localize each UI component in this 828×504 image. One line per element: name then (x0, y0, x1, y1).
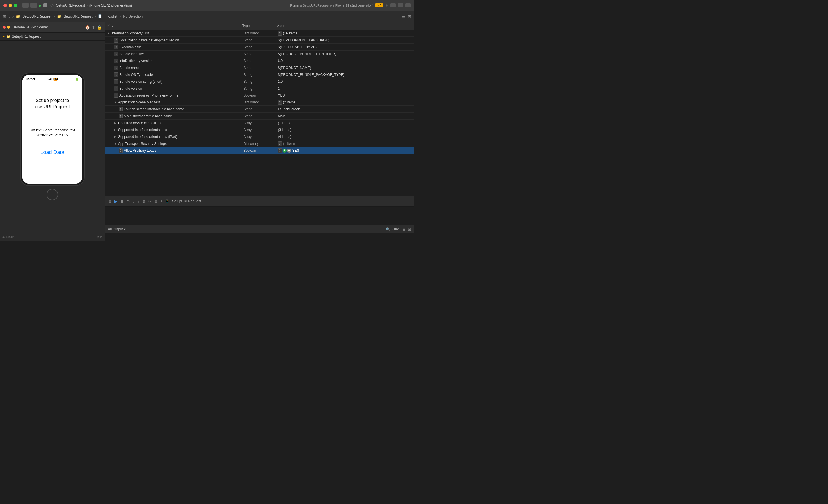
list-view-icon[interactable]: ☰ (402, 14, 405, 19)
table-row[interactable]: ▲▼ Bundle identifier String $(PRODUCT_BU… (105, 51, 414, 57)
toolbar-btn-2[interactable] (31, 3, 37, 8)
stepper[interactable]: ▲▼ (114, 93, 118, 98)
app-name-label: iPhone SE (2nd gener... (14, 25, 51, 29)
plus-icon[interactable]: + (385, 3, 388, 8)
table-row[interactable]: ▲▼ Bundle version string (short) String … (105, 78, 414, 85)
table-row[interactable]: ▼ Information Property List Dictionary ▲… (105, 30, 414, 37)
table-row-selected[interactable]: ▲▼ Allow Arbitrary Loads Boolean ▲▼ + − … (105, 147, 414, 154)
delete-row-button[interactable]: − (287, 148, 291, 152)
expand-icon[interactable]: ▼ (114, 142, 117, 145)
step-over-icon[interactable]: ↷ (127, 199, 130, 203)
filter-settings-icon[interactable]: ⚙ (96, 235, 99, 239)
filter-output-label[interactable]: Filter (391, 227, 399, 231)
target-icon[interactable]: ⌖ (160, 199, 162, 203)
table-row[interactable]: ▲▼ Launch screen interface file base nam… (105, 106, 414, 112)
expand-icon[interactable]: ▼ (107, 32, 110, 35)
expand-icon[interactable]: ▶ (114, 135, 117, 138)
step-out-icon[interactable]: ↑ (138, 199, 140, 203)
table-row[interactable]: ▲▼ Localization native development regio… (105, 37, 414, 44)
stepper[interactable]: ▲▼ (119, 114, 123, 119)
detail-view-icon[interactable]: ⊟ (408, 14, 411, 19)
locate-icon[interactable]: ⊞ (154, 199, 158, 203)
device-label[interactable]: iPhone SE (2nd generation) (89, 3, 132, 7)
split-icon[interactable]: ⊕ (142, 199, 146, 203)
table-row[interactable]: ▼ Application Scene Manifest Dictionary … (105, 99, 414, 106)
plist-key-cell: ▲▼ Localization native development regio… (107, 38, 244, 43)
close-button[interactable] (3, 4, 7, 7)
lock-icon[interactable]: 🔒 (97, 25, 102, 30)
iphone-frame: Carrier 📶 3:41 PM 🔋 Set up project to us… (21, 73, 84, 185)
table-row[interactable]: ▲▼ Main storyboard file base name String… (105, 112, 414, 120)
minimize-button[interactable] (9, 4, 12, 7)
layout-btn2[interactable] (398, 3, 403, 7)
filter-add-icon[interactable]: + (2, 235, 5, 240)
table-row[interactable]: ▲▼ Executable file String $(EXECUTABLE_N… (105, 44, 414, 51)
stepper[interactable]: ▲▼ (278, 31, 282, 36)
share-icon[interactable]: ⬆ (92, 25, 95, 30)
table-row[interactable]: ▼ App Transport Security Settings Dictio… (105, 140, 414, 147)
output-area: All Output ▾ 🔍 Filter 🗑 ⊟ (105, 207, 414, 241)
plist-value-cell: YES (278, 93, 414, 97)
pause-debug-icon[interactable]: ⏸ (120, 199, 124, 203)
filter-output-icon[interactable]: 🔍 (386, 227, 390, 231)
running-label: Running SetupURLRequest on iPhone SE (2n… (290, 4, 373, 7)
plist-value-cell: ▲▼ + − YES (278, 148, 414, 153)
play-btn[interactable]: ▶ (39, 3, 42, 8)
layout-btn1[interactable] (390, 3, 396, 7)
output-trash-icon[interactable]: 🗑 (402, 227, 406, 232)
lp-minimize[interactable] (7, 26, 10, 29)
grid-icon[interactable]: ⊞ (3, 14, 6, 19)
play-debug-icon[interactable]: ▶ (115, 199, 117, 203)
expand-icon[interactable]: ▶ (114, 122, 117, 125)
stepper[interactable]: ▲▼ (114, 86, 118, 91)
table-row[interactable]: ▲▼ InfoDictionary version String 6.0 (105, 57, 414, 64)
home-icon[interactable]: 🏠 (85, 25, 90, 30)
forward-icon[interactable]: › (12, 14, 14, 19)
add-row-button[interactable]: + (283, 148, 287, 152)
expand-icon[interactable]: ▼ (114, 101, 117, 104)
thread-icon[interactable]: ✂ (148, 199, 152, 203)
stepper[interactable]: ▲▼ (278, 100, 282, 104)
back-icon[interactable]: ‹ (9, 14, 10, 19)
output-split-icon[interactable]: ⊟ (408, 227, 411, 232)
output-label[interactable]: All Output ▾ (108, 227, 126, 231)
root-label[interactable]: SetupURLRequest (12, 35, 41, 39)
layout-btn3[interactable] (405, 3, 411, 7)
toolbar-btn-1[interactable] (23, 3, 29, 8)
filter-label[interactable]: Filter (6, 235, 96, 239)
table-row[interactable]: ▶ Supported interface orientations Array… (105, 127, 414, 133)
table-row[interactable]: ▲▼ Bundle OS Type code String $(PRODUCT_… (105, 71, 414, 78)
iphone-home-button[interactable] (47, 189, 58, 200)
tree-root-item[interactable]: ▼ 📁 SetupURLRequest (2, 35, 102, 39)
stepper[interactable]: ▲▼ (114, 59, 118, 63)
plist-value-cell: $(DEVELOPMENT_LANGUAGE) (278, 38, 414, 42)
filter-debug-icon[interactable]: ⊟ (109, 199, 112, 203)
stepper[interactable]: ▲▼ (114, 73, 118, 77)
plist-key-cell: ▲▼ Bundle identifier (107, 52, 244, 56)
expand-icon[interactable]: ▶ (114, 129, 117, 131)
stepper[interactable]: ▲▼ (114, 38, 118, 43)
stepper[interactable]: ▲▼ (114, 45, 118, 49)
plist-type-cell: String (244, 52, 278, 56)
table-row[interactable]: ▶ Required device capabilities Array (1 … (105, 120, 414, 127)
filter-close-icon[interactable]: ✕ (99, 235, 102, 239)
stop-btn[interactable] (43, 3, 47, 7)
step-in-icon[interactable]: ↓ (133, 199, 135, 203)
lp-close[interactable] (3, 26, 6, 29)
plist-table[interactable]: Key Type Value ▼ Information Property Li… (105, 22, 414, 196)
stepper[interactable]: ▲▼ (119, 107, 123, 111)
value-stepper[interactable]: ▲▼ (278, 148, 282, 153)
stepper[interactable]: ▲▼ (114, 52, 118, 56)
time-label: 3:41 PM (47, 78, 58, 81)
table-row[interactable]: ▶ Supported interface orientations (iPad… (105, 133, 414, 140)
table-row[interactable]: ▲▼ Application requires iPhone environme… (105, 92, 414, 99)
table-row[interactable]: ▲▼ Bundle name String $(PRODUCT_NAME) (105, 64, 414, 71)
table-row[interactable]: ▲▼ Bundle version String 1 (105, 85, 414, 92)
maximize-button[interactable] (14, 4, 17, 7)
stepper[interactable]: ▲▼ (114, 65, 118, 70)
stepper[interactable]: ▲▼ (278, 141, 282, 146)
scheme-label[interactable]: SetupURLRequest (56, 3, 85, 7)
stepper[interactable]: ▲▼ (119, 148, 123, 153)
stepper[interactable]: ▲▼ (114, 79, 118, 84)
load-data-button[interactable]: Load Data (40, 149, 64, 155)
